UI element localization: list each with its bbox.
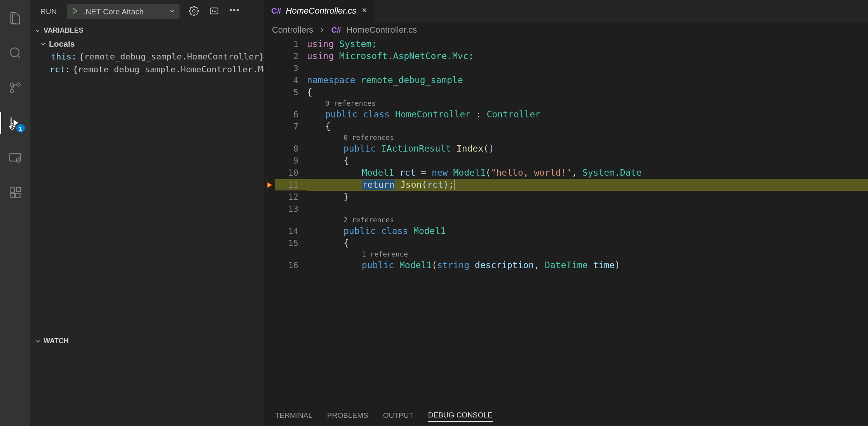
search-icon[interactable] xyxy=(0,42,30,64)
svg-rect-15 xyxy=(211,8,218,14)
svg-point-3 xyxy=(10,89,14,93)
svg-point-4 xyxy=(10,83,14,86)
svg-rect-12 xyxy=(16,187,21,192)
breadcrumb-file[interactable]: HomeController.cs xyxy=(347,25,417,35)
play-icon[interactable] xyxy=(71,7,78,16)
code-editor[interactable]: 1using System; 2using Microsoft.AspNetCo… xyxy=(264,38,868,406)
run-debug-icon[interactable]: 1 xyxy=(0,112,30,134)
close-icon[interactable] xyxy=(361,6,368,16)
breadcrumb[interactable]: Controllers C# HomeController.cs xyxy=(264,22,868,38)
locals-section[interactable]: Locals xyxy=(30,38,264,50)
tab-bar: C# HomeController.cs xyxy=(264,0,868,22)
tab-filename: HomeController.cs xyxy=(286,6,356,16)
explorer-icon[interactable] xyxy=(0,7,30,29)
panel-tab-output[interactable]: OUTPUT xyxy=(383,411,413,421)
editor-area: C# HomeController.cs Controllers C# Home… xyxy=(264,0,868,426)
current-execution-line: 11 return Json(rct); xyxy=(264,179,868,191)
breadcrumb-folder[interactable]: Controllers xyxy=(272,25,313,35)
panel-tab-debug-console[interactable]: DEBUG CONSOLE xyxy=(428,411,493,422)
csharp-icon: C# xyxy=(271,7,281,16)
extensions-icon[interactable] xyxy=(0,182,30,204)
debug-console-icon[interactable] xyxy=(209,6,219,17)
svg-point-2 xyxy=(17,83,20,86)
variable-this[interactable]: this: {remote_debug_sample.HomeControlle… xyxy=(30,50,264,63)
variables-label: VARIABLES xyxy=(44,26,84,35)
debug-badge: 1 xyxy=(16,124,25,133)
codelens-class[interactable]: 0 references xyxy=(264,98,868,108)
watch-section[interactable]: WATCH xyxy=(30,334,264,348)
codelens-ctor[interactable]: 1 reference xyxy=(264,249,868,259)
debug-config-select[interactable]: .NET Core Attach xyxy=(67,4,180,19)
source-control-icon[interactable] xyxy=(0,77,30,99)
variables-section[interactable]: VARIABLES xyxy=(30,23,264,38)
more-icon[interactable]: ••• xyxy=(229,6,240,17)
panel-tab-problems[interactable]: PROBLEMS xyxy=(327,411,368,421)
codelens-index[interactable]: 0 references xyxy=(264,133,868,143)
variable-rct[interactable]: rct: {remote_debug_sample.HomeController… xyxy=(30,63,264,76)
codelens-model1[interactable]: 2 references xyxy=(264,215,868,225)
var-name: rct: xyxy=(50,65,70,74)
watch-label: WATCH xyxy=(44,337,69,345)
svg-marker-18 xyxy=(267,182,272,188)
svg-rect-9 xyxy=(10,188,14,192)
run-header: RUN .NET Core Attach ••• xyxy=(30,0,264,23)
svg-point-14 xyxy=(193,10,195,12)
panel-tab-terminal[interactable]: TERMINAL xyxy=(275,411,312,421)
var-value: {remote_debug_sample.HomeController.Mode… xyxy=(73,65,264,74)
panel-tabs: TERMINAL PROBLEMS OUTPUT DEBUG CONSOLE xyxy=(264,406,868,426)
csharp-icon: C# xyxy=(331,26,341,35)
var-value: {remote_debug_sample.HomeController} xyxy=(79,52,264,61)
activity-bar: 1 xyxy=(0,0,30,426)
svg-point-0 xyxy=(10,48,19,57)
svg-marker-13 xyxy=(73,8,77,14)
svg-rect-11 xyxy=(16,193,20,197)
sidebar: RUN .NET Core Attach ••• VARI xyxy=(30,0,264,426)
remote-explorer-icon[interactable] xyxy=(0,147,30,169)
breakpoint-current-icon[interactable] xyxy=(264,182,275,189)
svg-marker-5 xyxy=(14,120,17,125)
tab-homecontroller[interactable]: C# HomeController.cs xyxy=(264,0,375,22)
gear-icon[interactable] xyxy=(189,6,199,17)
svg-rect-10 xyxy=(10,193,14,197)
svg-line-1 xyxy=(18,56,20,58)
locals-label: Locals xyxy=(49,39,75,49)
run-label: RUN xyxy=(36,7,61,16)
config-name: .NET Core Attach xyxy=(83,7,143,16)
chevron-down-icon[interactable] xyxy=(169,7,176,16)
var-name: this: xyxy=(51,52,77,61)
